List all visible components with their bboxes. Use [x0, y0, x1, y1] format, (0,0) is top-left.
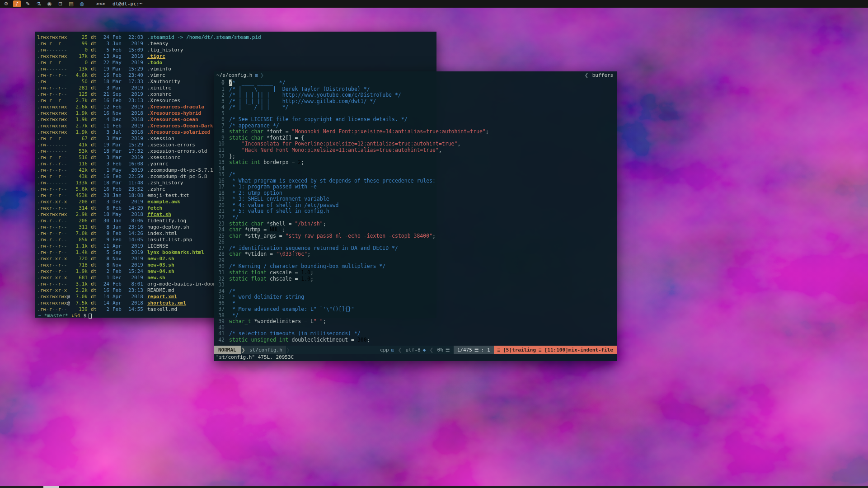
editor-line[interactable]: 20 * 4: value of shell in /etc/passwd	[214, 202, 617, 209]
editor-line[interactable]: 9 static char *font2[] = {	[214, 135, 617, 141]
bottom-edge-bar[interactable]	[0, 486, 868, 488]
editor-line[interactable]: 1 /* | _ \_ _| Derek Taylor (DistroTube)…	[214, 86, 617, 93]
editor-line[interactable]: 4 /* |____/ |_| */	[214, 104, 617, 111]
file-permissions: .rw-r--r--	[37, 218, 71, 224]
editor-line[interactable]: 5	[214, 111, 617, 117]
file-date-day: 21	[101, 91, 109, 98]
science-app-icon[interactable]: ⚗	[35, 0, 42, 7]
file-date-time: 16:08	[125, 161, 143, 167]
editor-line[interactable]: 12 };	[214, 154, 617, 160]
editor-line[interactable]: 17 * 1: program passed with -e	[214, 184, 617, 190]
line-content: /* |____/ |_| */	[229, 104, 289, 111]
editor-line[interactable]: 37 * More advanced example: L" `'\"()[]{…	[214, 306, 617, 313]
editor-line[interactable]: 21 * 5: value of shell in config.h	[214, 208, 617, 215]
editor-line[interactable]: 32 static float chscale = 1.0;	[214, 276, 617, 282]
folder-icon[interactable]: ▤	[67, 0, 75, 7]
editor-line[interactable]: 14	[214, 166, 617, 172]
top-panel: ⚙♪✎⚗◉⊡▤◍ ><> dt@dt-pc:~	[0, 0, 868, 8]
file-name: fidentify.log	[147, 218, 186, 224]
file-name: .zcompdump-dt-pc-5.7.1	[147, 167, 213, 174]
line-number: 40	[214, 325, 225, 331]
file-date-day: 5	[101, 47, 109, 53]
file-date-time: 2019	[125, 155, 143, 161]
file-name: .steampid	[147, 34, 174, 41]
file-date-time: 2018	[125, 110, 143, 117]
editor-line[interactable]: 35 * word delimiter string	[214, 294, 617, 300]
editor-buffer[interactable]: 0 /* ____ _____ */ 1 /* | _ \_ _| Derek …	[214, 79, 617, 346]
editor-line[interactable]: 36 *	[214, 300, 617, 307]
file-owner: dt	[91, 148, 99, 155]
symlink-arrow: ->	[174, 34, 187, 41]
pencil-icon[interactable]: ✎	[24, 0, 32, 7]
vim-editor-window[interactable]: ~/s/config.h ⊞ ❯ ❮ buffers 0 /* ____ ___…	[214, 71, 617, 361]
editor-line[interactable]: 3 /* | |_| || | http://www.gitlab.com/dw…	[214, 99, 617, 105]
file-size: 7.5k	[71, 300, 88, 306]
file-name: report.xml	[147, 294, 177, 300]
editor-line[interactable]: 11 "Hack Nerd Font Mono:pixelsize=11:ant…	[214, 147, 617, 154]
editor-line[interactable]: 33	[214, 282, 617, 288]
buffer-tab[interactable]: ~/s/config.h ⊞	[216, 72, 258, 78]
lines-icon: ☰	[446, 347, 450, 353]
editor-line[interactable]: 31 static float cwscale = 1.0;	[214, 270, 617, 276]
music-app-icon[interactable]: ♪	[13, 0, 21, 7]
editor-line[interactable]: 24 char *utmp = NULL;	[214, 227, 617, 233]
editor-line[interactable]: 16 * What program is execed by st depend…	[214, 178, 617, 184]
editor-line[interactable]: 41 /* selection timeouts (in millisecond…	[214, 331, 617, 337]
file-name: new-04.sh	[147, 268, 174, 275]
line-number: 19	[214, 196, 225, 202]
lint-warnings: ≡ [5]trailing ≡ [11:100]mix-indent-file	[494, 346, 617, 354]
file-size: 1.9k	[71, 117, 88, 123]
file-permissions: .rw-r--r--	[37, 60, 71, 66]
browser-icon[interactable]: ◍	[78, 0, 86, 7]
layout-indicator[interactable]: ><>	[96, 1, 105, 7]
file-date-time: 2019	[125, 262, 143, 268]
editor-line[interactable]: 39 wchar_t *worddelimiters = L" ";	[214, 319, 617, 325]
file-date-time: 15:09	[125, 47, 143, 53]
line-number: 16	[214, 178, 225, 184]
settings-icon[interactable]: ⚙	[2, 0, 10, 7]
editor-line[interactable]: 10 "Inconsolata for Powerline:pixelsize=…	[214, 141, 617, 147]
file-permissions: .rw-r--r--	[37, 98, 71, 104]
editor-line[interactable]: 23 static char *shell = "/bin/sh";	[214, 221, 617, 227]
editor-line[interactable]: 38 */	[214, 313, 617, 319]
file-name: .xsession-errors.old	[147, 148, 207, 155]
editor-line[interactable]: 28 char *vtiden = "\033[?6c";	[214, 251, 617, 258]
editor-line[interactable]: 18 * 2: utmp option	[214, 190, 617, 197]
editor-line[interactable]: 19 * 3: SHELL environment variable	[214, 196, 617, 202]
line-number: 12	[214, 154, 225, 160]
editor-line[interactable]: 27 /* identification sequence returned i…	[214, 245, 617, 252]
file-date-time: 2019	[125, 167, 143, 174]
editor-line[interactable]: 6 /* See LICENSE file for copyright and …	[214, 117, 617, 123]
file-date-month: Nov	[113, 256, 125, 262]
editor-line[interactable]: 29	[214, 258, 617, 264]
editor-line[interactable]: 8 static char *font = "Mononoki Nerd Fon…	[214, 129, 617, 135]
editor-line[interactable]: 34 /*	[214, 288, 617, 295]
file-date-time: 23:40	[125, 72, 143, 79]
buffers-label[interactable]: buffers	[592, 72, 613, 78]
file-date-time: 14:29	[125, 205, 143, 211]
file-name: .todo	[147, 60, 162, 66]
bottom-bar-thumb[interactable]	[43, 486, 59, 488]
file-date-time: 23:16	[125, 224, 143, 230]
file-size: 2.7k	[71, 98, 88, 104]
line-number: 35	[214, 294, 225, 300]
monitor-icon[interactable]: ⊡	[56, 0, 64, 7]
editor-line[interactable]: 2 /* | | | || | http://www.youtube.com/c…	[214, 92, 617, 99]
camera-icon[interactable]: ◉	[46, 0, 53, 7]
file-owner: dt	[91, 275, 99, 281]
editor-line[interactable]: 22 */	[214, 215, 617, 221]
editor-line[interactable]: 42 static unsigned int doubleclicktimeou…	[214, 337, 617, 343]
editor-line[interactable]: 0 /* ____ _____ */	[214, 80, 617, 86]
editor-line[interactable]: 30 /* Kerning / character bounding-box m…	[214, 263, 617, 270]
file-date-month: Feb	[113, 123, 125, 129]
editor-line[interactable]: 15 /*	[214, 172, 617, 178]
editor-line[interactable]: 7 /* appearance */	[214, 123, 617, 129]
editor-line[interactable]: 40	[214, 325, 617, 331]
editor-line[interactable]: 13 static int borderpx = 2;	[214, 160, 617, 166]
line-content: char *utmp = NULL;	[229, 227, 286, 233]
editor-line[interactable]: 26	[214, 239, 617, 245]
editor-line[interactable]: 25 char *stty_args = "stty raw pass8 nl …	[214, 233, 617, 239]
prompt-behind-count: ↓54	[71, 313, 80, 319]
file-date-day: 11	[101, 243, 109, 249]
file-owner: dt	[91, 60, 99, 66]
